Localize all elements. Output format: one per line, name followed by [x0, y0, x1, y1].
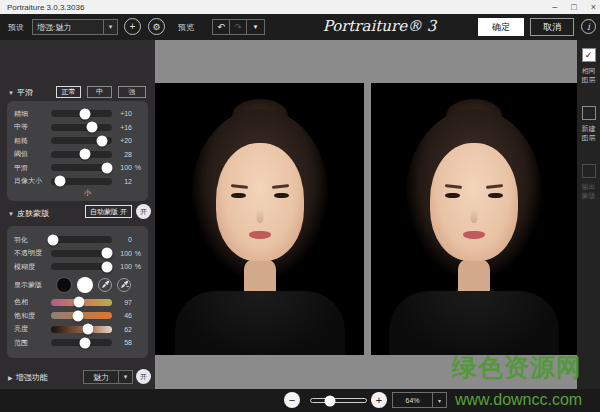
preset-label: 预设 — [8, 22, 24, 33]
smoothing-preset-medium[interactable]: 中 — [87, 86, 112, 98]
slider-value: 97 — [112, 299, 132, 306]
slider-knob[interactable] — [101, 261, 112, 272]
slider-knob[interactable] — [79, 108, 90, 119]
chevron-down-icon[interactable]: ▾ — [103, 20, 117, 34]
automask-button[interactable]: 自动蒙版 开 — [85, 205, 132, 218]
history-group: ↶ ↷ ▾ — [212, 19, 265, 35]
before-after-photos — [155, 83, 577, 355]
zoom-out-button[interactable]: − — [284, 392, 300, 408]
preset-dropdown[interactable]: 增强:魅力 ▾ — [32, 19, 118, 35]
skin-mask-title: 皮肤蒙版 — [17, 208, 49, 219]
after-photo[interactable] — [371, 83, 577, 355]
saturation-slider[interactable] — [51, 312, 112, 319]
history-chevron-icon[interactable]: ▾ — [247, 20, 264, 34]
opacity-slider[interactable] — [51, 250, 112, 257]
watermark-url: www.downcc.com — [455, 391, 582, 409]
coarse-slider[interactable] — [51, 137, 112, 144]
slider-unit: % — [132, 250, 141, 257]
skin-mask-section-header[interactable]: ▼ 皮肤蒙版 — [8, 208, 49, 219]
slider-label: 模糊度 — [14, 262, 51, 272]
output-new-layer[interactable]: 新建 图层 — [582, 106, 596, 142]
mask-white-swatch[interactable] — [77, 277, 93, 293]
slider-value: 62 — [112, 326, 132, 333]
slider-value: 58 — [112, 339, 132, 346]
slider-value: 100 — [112, 250, 132, 257]
close-icon[interactable]: × — [591, 0, 596, 14]
slider-unit: % — [132, 164, 141, 171]
plus-icon: + — [130, 21, 136, 32]
app-logo: Portraiture® 3 — [292, 17, 467, 35]
fuzziness-slider[interactable] — [51, 263, 112, 270]
slider-knob[interactable] — [80, 149, 91, 160]
slider-knob[interactable] — [74, 297, 85, 308]
slider-label: 色相 — [14, 297, 51, 307]
cancel-button[interactable]: 取消 — [530, 18, 574, 36]
output-same-layer[interactable]: ✓ 相同 图层 — [582, 48, 596, 84]
preview-label: 预览 — [178, 22, 194, 33]
slider-knob[interactable] — [48, 234, 59, 245]
minimize-icon[interactable]: – — [552, 0, 557, 14]
slider-value: 46 — [112, 312, 132, 319]
slider-label: 肖像大小 — [14, 176, 51, 186]
slider-row-medium: 中等 +16 — [7, 121, 148, 135]
portraiture-window: Portraiture 3.0.3.3036 – □ × 预设 增强:魅力 ▾ … — [0, 0, 600, 412]
zoom-plus-icon: + — [376, 395, 382, 406]
chevron-down-icon[interactable]: ▾ — [432, 393, 446, 407]
luminance-slider[interactable] — [51, 326, 112, 333]
zoom-slider[interactable] — [310, 398, 367, 403]
slider-knob[interactable] — [79, 337, 90, 348]
slider-label: 精细 — [14, 109, 51, 119]
slider-knob[interactable] — [97, 135, 108, 146]
latitude-slider[interactable] — [51, 339, 112, 346]
toolbar: 预设 增强:魅力 ▾ + ⚙ 预览 ↶ ↷ ▾ Portraiture® 3 确… — [0, 14, 600, 40]
add-preset-button[interactable]: + — [124, 18, 141, 35]
enhance-preset-dropdown[interactable]: 魅力 ▾ — [83, 370, 133, 384]
feather-slider[interactable] — [51, 236, 112, 243]
slider-knob[interactable] — [82, 324, 93, 335]
zoom-in-button[interactable]: + — [371, 392, 387, 408]
slider-knob[interactable] — [54, 176, 65, 187]
slider-row-coarse: 粗糙 +20 — [7, 134, 148, 148]
slider-knob[interactable] — [101, 248, 112, 259]
slider-value: 100 — [112, 164, 132, 171]
slider-value: 100 — [112, 263, 132, 270]
enhance-toggle[interactable]: 开 — [136, 369, 151, 384]
enhance-section-header[interactable]: ▶ 增强功能 — [8, 372, 48, 383]
smoothing-preset-strong[interactable]: 强 — [118, 86, 146, 98]
slider-row-luminance: 亮度 62 — [7, 323, 148, 337]
threshold-slider[interactable] — [51, 151, 112, 158]
slider-value: +16 — [112, 124, 132, 131]
before-photo[interactable] — [155, 83, 364, 355]
eyedropper-plus-icon[interactable] — [117, 278, 131, 292]
smoothing-preset-normal[interactable]: 正常 — [56, 86, 81, 98]
zoom-slider-knob[interactable] — [325, 395, 336, 406]
ok-button[interactable]: 确定 — [478, 18, 524, 36]
watermark-site-name: 绿色资源网 — [452, 351, 582, 384]
portrait-size-slider[interactable] — [51, 178, 112, 185]
mask-black-swatch[interactable] — [56, 277, 72, 293]
skin-mask-toggle[interactable]: 开 — [136, 204, 151, 219]
hue-slider[interactable] — [51, 299, 112, 306]
slider-knob[interactable] — [87, 122, 98, 133]
smoothness-slider[interactable] — [51, 164, 112, 171]
slider-row-saturation: 饱和度 46 — [7, 309, 148, 323]
settings-button[interactable]: ⚙ — [148, 18, 165, 35]
zoom-level-dropdown[interactable]: 64% ▾ — [392, 392, 447, 408]
redo-icon[interactable]: ↷ — [230, 20, 247, 34]
chevron-down-icon[interactable]: ▾ — [118, 371, 132, 383]
undo-icon[interactable]: ↶ — [213, 20, 230, 34]
smoothing-group: 精细 +10 中等 +16 粗糙 +20 阈值 28 平滑 — [7, 101, 148, 201]
check-icon: ✓ — [585, 50, 593, 60]
medium-slider[interactable] — [51, 124, 112, 131]
info-button[interactable]: i — [581, 19, 596, 34]
maximize-icon[interactable]: □ — [571, 0, 576, 14]
new-layer-checkbox[interactable] — [582, 106, 596, 120]
fine-slider[interactable] — [51, 110, 112, 117]
same-layer-checkbox[interactable]: ✓ — [582, 48, 596, 62]
slider-knob[interactable] — [73, 310, 84, 321]
preview-area — [155, 40, 577, 389]
slider-label: 范围 — [14, 338, 51, 348]
smoothing-section-header[interactable]: ▼ 平滑 — [8, 87, 33, 98]
eyedropper-icon[interactable] — [98, 278, 112, 292]
slider-knob[interactable] — [101, 162, 112, 173]
